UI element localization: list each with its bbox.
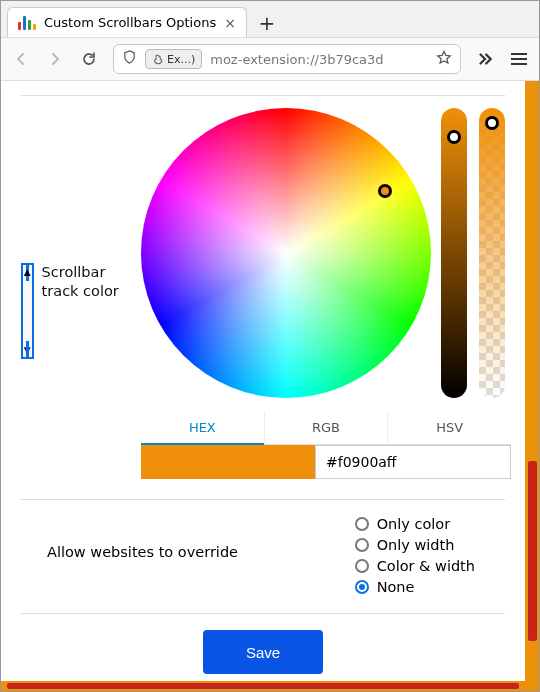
browser-tab[interactable]: Custom Scrollbars Options × xyxy=(7,7,247,37)
alpha-handle[interactable] xyxy=(485,116,499,130)
radio-only-width[interactable]: Only width xyxy=(355,537,475,553)
back-button[interactable] xyxy=(11,49,31,69)
shield-icon[interactable] xyxy=(122,50,137,68)
url-bar[interactable]: Ex...) moz-extension://3b79ca3d xyxy=(113,44,461,74)
forward-button[interactable] xyxy=(45,49,65,69)
scrollbar-thumb-vertical[interactable] xyxy=(528,461,537,641)
track-color-label: Scrollbar track color xyxy=(42,263,131,398)
radio-only-color[interactable]: Only color xyxy=(355,516,475,532)
page-viewport: ▲▼ Scrollbar track color HEX RGB HSV xyxy=(1,81,539,691)
tab-hsv[interactable]: HSV xyxy=(387,412,511,445)
scrollbar-thumb-horizontal[interactable] xyxy=(7,683,519,689)
selected-color-swatch xyxy=(141,445,315,479)
custom-scrollbar-horizontal[interactable] xyxy=(1,681,525,691)
color-mode-tabs: HEX RGB HSV xyxy=(141,412,511,445)
tab-hex[interactable]: HEX xyxy=(141,412,264,445)
tab-bar: Custom Scrollbars Options × + xyxy=(1,1,539,37)
radio-none[interactable]: None xyxy=(355,579,475,595)
extension-badge[interactable]: Ex...) xyxy=(145,49,202,69)
hex-row xyxy=(141,445,511,479)
tab-title: Custom Scrollbars Options xyxy=(44,15,216,30)
url-text: moz-extension://3b79ca3d xyxy=(210,52,428,67)
save-button[interactable]: Save xyxy=(203,630,323,674)
color-wheel[interactable] xyxy=(141,108,431,398)
extension-icon xyxy=(152,54,163,65)
track-color-swatch[interactable]: ▲▼ xyxy=(21,263,34,359)
override-radio-group: Only color Only width Color & width None xyxy=(355,516,505,595)
reload-button[interactable] xyxy=(79,49,99,69)
override-setting: Allow websites to override Only color On… xyxy=(21,516,505,595)
alpha-slider[interactable] xyxy=(479,108,505,398)
color-picker-section: ▲▼ Scrollbar track color xyxy=(21,108,505,398)
new-tab-button[interactable]: + xyxy=(253,9,281,37)
radio-color-width[interactable]: Color & width xyxy=(355,558,475,574)
hamburger-menu-button[interactable] xyxy=(509,49,529,69)
brightness-handle[interactable] xyxy=(447,130,461,144)
close-tab-icon[interactable]: × xyxy=(224,16,236,30)
brightness-slider[interactable] xyxy=(441,108,467,398)
nav-bar: Ex...) moz-extension://3b79ca3d xyxy=(1,37,539,81)
tab-rgb[interactable]: RGB xyxy=(264,412,388,445)
hex-input[interactable] xyxy=(315,445,511,479)
color-wheel-handle[interactable] xyxy=(378,184,392,198)
custom-scrollbar-vertical[interactable] xyxy=(525,81,539,691)
override-label: Allow websites to override xyxy=(47,516,238,560)
overflow-button[interactable] xyxy=(475,49,495,69)
browser-window: Custom Scrollbars Options × + Ex...) moz… xyxy=(0,0,540,692)
bookmark-star-icon[interactable] xyxy=(436,50,452,69)
page-content: ▲▼ Scrollbar track color HEX RGB HSV xyxy=(1,81,525,681)
extension-badge-label: Ex...) xyxy=(167,53,195,66)
favicon xyxy=(18,16,36,30)
footer: Save xyxy=(21,613,505,674)
